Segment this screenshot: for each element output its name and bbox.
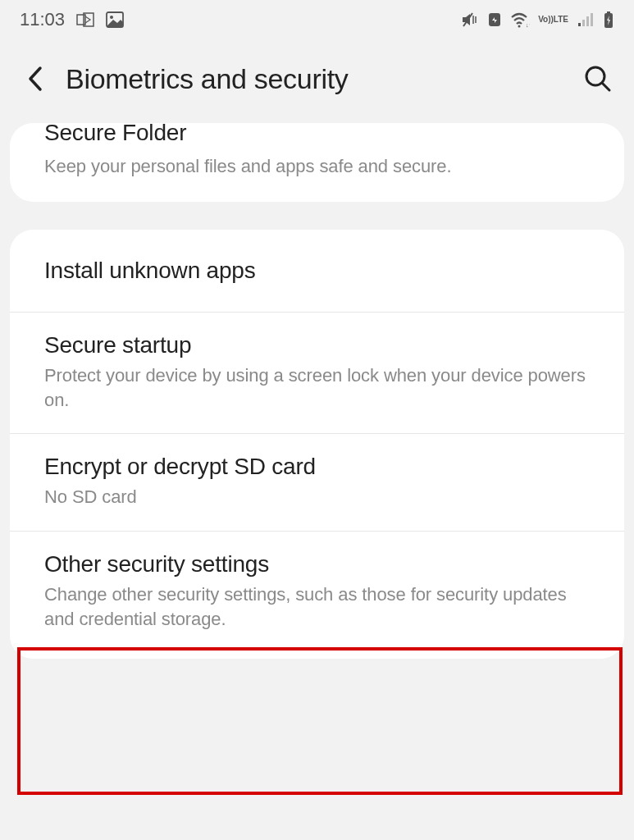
- secure-startup-item[interactable]: Secure startup Protect your device by us…: [10, 313, 624, 434]
- outlook-icon: [76, 12, 94, 27]
- highlight-annotation: [17, 647, 623, 795]
- item-subtitle: No SD card: [44, 485, 590, 509]
- battery-charging-icon: [603, 11, 614, 29]
- svg-rect-13: [591, 13, 593, 26]
- volte-icon: Vo)) LTE: [538, 16, 568, 24]
- data-saver-icon: [487, 11, 502, 28]
- install-unknown-apps-item[interactable]: Install unknown apps: [10, 230, 624, 313]
- item-title: Encrypt or decrypt SD card: [44, 454, 590, 480]
- status-bar-left: 11:03: [20, 9, 124, 30]
- other-security-settings-item[interactable]: Other security settings Change other sec…: [10, 532, 624, 659]
- svg-rect-10: [578, 23, 581, 26]
- svg-rect-11: [582, 20, 585, 26]
- svg-point-3: [110, 16, 113, 19]
- item-title: Install unknown apps: [44, 258, 590, 284]
- page-title: Biometrics and security: [66, 63, 565, 95]
- app-header: Biometrics and security: [0, 39, 634, 123]
- item-title: Other security settings: [44, 551, 590, 578]
- back-button[interactable]: [20, 64, 49, 94]
- svg-line-17: [602, 83, 609, 90]
- encrypt-sd-card-item[interactable]: Encrypt or decrypt SD card No SD card: [10, 434, 624, 532]
- search-button[interactable]: [582, 62, 614, 95]
- image-icon: [106, 11, 124, 28]
- status-bar-right: ↓↑ Vo)) LTE: [461, 11, 614, 29]
- wifi-icon: ↓↑: [510, 11, 530, 28]
- mute-icon: [461, 11, 479, 28]
- settings-list: Install unknown apps Secure startup Prot…: [10, 230, 624, 659]
- item-title: Secure startup: [44, 332, 590, 358]
- secure-folder-subtitle: Keep your personal files and apps safe a…: [44, 156, 590, 177]
- svg-point-8: [518, 25, 521, 28]
- status-time: 11:03: [20, 9, 65, 30]
- status-bar: 11:03 ↓↑ Vo)) LTE: [0, 0, 634, 39]
- item-subtitle: Protect your device by using a screen lo…: [44, 363, 590, 412]
- svg-rect-12: [586, 16, 589, 26]
- svg-text:↓↑: ↓↑: [526, 22, 530, 28]
- secure-folder-title: Secure Folder: [44, 120, 590, 146]
- item-subtitle: Change other security settings, such as …: [44, 582, 590, 631]
- signal-icon: [577, 11, 595, 28]
- svg-rect-15: [607, 11, 610, 14]
- secure-folder-card[interactable]: Secure Folder Keep your personal files a…: [10, 123, 624, 202]
